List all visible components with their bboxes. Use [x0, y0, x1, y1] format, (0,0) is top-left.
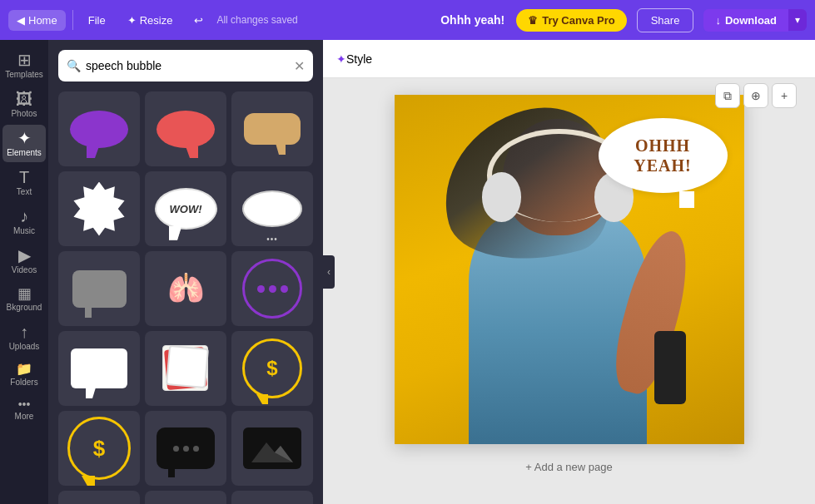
list-item[interactable]	[58, 491, 140, 504]
resize-label: Resize	[140, 14, 173, 27]
sidebar-item-folders[interactable]: 📁 Folders	[2, 358, 46, 392]
tan-speech-bubble	[244, 113, 301, 145]
red-speech-bubble	[157, 111, 215, 148]
copy-button[interactable]: ⊕	[743, 83, 768, 108]
wow-text: WOW!	[170, 203, 202, 215]
dots-circle-bubble	[242, 259, 302, 319]
photos-icon: 🖼	[16, 91, 32, 107]
sidebar-item-background[interactable]: ▦ Bkground	[2, 281, 46, 317]
search-input[interactable]	[86, 59, 289, 72]
add-new-page-button[interactable]: + Add a new page	[512, 454, 625, 480]
resize-icon: ✦	[127, 14, 137, 27]
copy-icon: ⊕	[751, 89, 761, 102]
more-label: More	[15, 412, 34, 421]
list-item[interactable]	[231, 491, 313, 504]
style-label: Style	[346, 52, 372, 66]
elements-label: Elements	[7, 148, 42, 157]
search-panel: 🔍 ✕	[48, 40, 323, 504]
home-button[interactable]: ◀ Home	[8, 10, 66, 31]
list-item[interactable]	[58, 91, 140, 166]
folder-speech-bubble	[156, 338, 216, 398]
gray-speech-bubble	[72, 270, 127, 308]
anatomy-speech-bubble: 🫁	[167, 271, 205, 306]
list-item[interactable]	[231, 171, 313, 246]
music-label: Music	[13, 226, 35, 235]
sidebar-item-elements[interactable]: ✦ Elements	[2, 125, 46, 162]
uploads-icon: ↑	[20, 324, 28, 340]
add-page-label: + Add a new page	[525, 461, 612, 473]
canvas-toolbar: ⧉ ⊕ +	[710, 78, 802, 113]
videos-label: Videos	[12, 265, 37, 274]
sidebar-item-text[interactable]: T Text	[2, 164, 46, 201]
file-button[interactable]: File	[80, 10, 114, 31]
list-item[interactable]: 🫁	[145, 251, 226, 326]
nav-divider-1	[72, 10, 73, 30]
wow-bubble: WOW!	[155, 188, 217, 230]
list-item[interactable]	[231, 411, 313, 486]
list-item[interactable]: $	[231, 331, 313, 406]
list-item[interactable]	[231, 251, 313, 326]
sidebar-item-templates[interactable]: ⊞ Templates	[2, 47, 46, 84]
videos-icon: ▶	[18, 247, 31, 264]
add-button[interactable]: +	[772, 83, 797, 108]
dark-dot-1	[173, 446, 179, 452]
canvas-area: ✦ Style ⧉ ⊕ +	[323, 40, 815, 504]
list-item[interactable]	[145, 411, 226, 486]
cloud-bubble	[242, 190, 302, 227]
crown-icon: ♛	[528, 14, 538, 27]
music-icon: ♪	[20, 208, 28, 225]
list-item[interactable]	[58, 331, 140, 406]
sidebar-item-music[interactable]: ♪ Music	[2, 203, 46, 240]
try-pro-label: Try Canva Pro	[542, 14, 614, 27]
sidebar-item-videos[interactable]: ▶ Videos	[2, 242, 46, 279]
burst-bubble	[72, 182, 127, 236]
collapse-panel-button[interactable]: ‹	[323, 255, 335, 289]
try-pro-button[interactable]: ♛ Try Canva Pro	[516, 9, 626, 32]
download-dropdown-button[interactable]: ▾	[788, 9, 807, 31]
download-button-group: ↓ Download ▾	[703, 9, 807, 32]
sparkle-icon: ✦	[336, 52, 346, 66]
canvas-speech-bubble[interactable]: OHHH YEAH!	[599, 118, 728, 193]
text-label: Text	[17, 187, 32, 196]
list-item[interactable]	[58, 251, 140, 326]
elements-grid: WOW! 🫁	[48, 91, 323, 504]
saved-status: All changes saved	[216, 14, 297, 26]
list-item[interactable]: WOW!	[145, 171, 226, 246]
list-item[interactable]	[145, 331, 226, 406]
background-icon: ▦	[17, 286, 32, 301]
canvas-bubble-text: OHHH YEAH!	[607, 136, 719, 175]
sidebar-item-more[interactable]: ••• More	[2, 393, 46, 426]
dot-2	[269, 285, 276, 293]
templates-icon: ⊞	[17, 52, 32, 68]
folders-icon: 📁	[16, 363, 32, 376]
list-item[interactable]	[231, 91, 313, 166]
share-button[interactable]: Share	[637, 8, 694, 32]
list-item[interactable]	[145, 491, 226, 504]
dark-dot-3	[193, 446, 199, 452]
download-main-button[interactable]: ↓ Download	[703, 9, 788, 32]
search-panel-wrapper: 🔍 ✕	[48, 40, 323, 504]
download-icon: ↓	[715, 14, 721, 27]
mountain-photo-bubble	[243, 427, 301, 469]
duplicate-button[interactable]: ⧉	[715, 83, 740, 108]
list-item[interactable]	[145, 91, 226, 166]
list-item[interactable]	[58, 171, 140, 246]
svg-marker-0	[251, 442, 293, 462]
undo-button[interactable]: ↩	[186, 10, 211, 31]
resize-button[interactable]: ✦ Resize	[119, 10, 181, 31]
canvas-content: OHHH YEAH! + Add a new page	[340, 95, 798, 480]
canvas-scroll[interactable]: OHHH YEAH! + Add a new page	[323, 78, 815, 504]
sidebar-item-photos[interactable]: 🖼 Photos	[2, 86, 46, 123]
uploads-label: Uploads	[9, 342, 40, 351]
text-icon: T	[19, 169, 29, 185]
duplicate-icon: ⧉	[723, 89, 732, 103]
download-label: Download	[725, 14, 777, 27]
design-canvas[interactable]: OHHH YEAH!	[395, 95, 744, 444]
elements-icon: ✦	[17, 130, 32, 146]
dollar-speech-bubble-small: $	[242, 338, 302, 398]
search-icon: 🔍	[67, 59, 81, 72]
list-item[interactable]: $	[58, 411, 140, 486]
dot-1	[257, 285, 265, 293]
sidebar-item-uploads[interactable]: ↑ Uploads	[2, 319, 46, 356]
search-clear-button[interactable]: ✕	[294, 58, 305, 74]
